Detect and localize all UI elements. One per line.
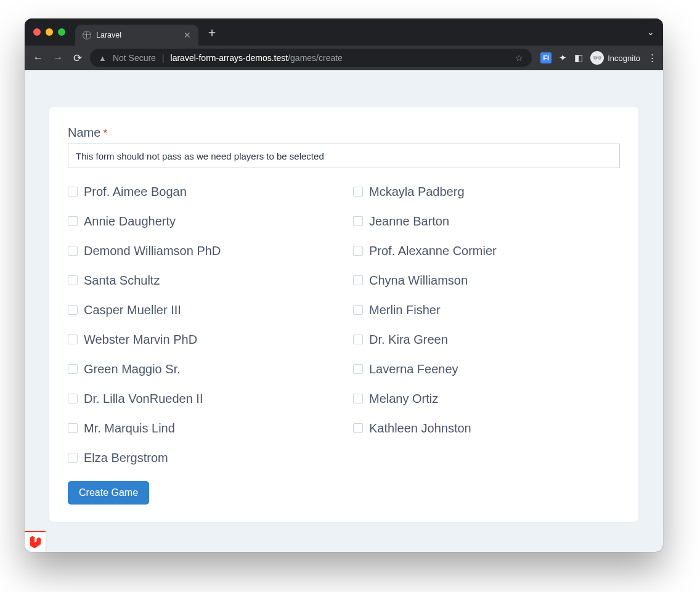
toolbar: ← → ⟳ ▲ Not Secure | laravel-form-arrays…: [25, 46, 663, 70]
not-secure-label: Not Secure: [113, 53, 156, 63]
player-checkbox[interactable]: [353, 246, 363, 256]
incognito-label: Incognito: [608, 54, 640, 63]
player-checkbox[interactable]: [68, 423, 78, 433]
player-checkbox[interactable]: [68, 364, 78, 374]
back-button[interactable]: ←: [31, 52, 46, 64]
player-checkbox[interactable]: [68, 187, 78, 197]
laravel-debugbar-toggle[interactable]: [25, 531, 46, 552]
player-name-label: Santa Schultz: [84, 272, 160, 289]
player-checkbox[interactable]: [68, 246, 78, 256]
tab-bar: Laravel ✕ ＋ ⌄: [25, 18, 663, 46]
browser-tab[interactable]: Laravel ✕: [75, 25, 198, 46]
player-checkbox-item[interactable]: Kathleen Johnston: [353, 420, 620, 437]
player-checkbox-item[interactable]: Prof. Alexanne Cormier: [353, 242, 620, 259]
player-checkbox[interactable]: [353, 423, 363, 433]
player-checkbox-item[interactable]: Webster Marvin PhD: [68, 331, 335, 348]
player-checkbox[interactable]: [68, 335, 78, 344]
name-label: Name: [68, 126, 100, 140]
player-checkbox[interactable]: [68, 305, 78, 315]
player-checkbox[interactable]: [353, 364, 363, 374]
player-name-label: Casper Mueller III: [84, 301, 181, 318]
player-checkbox-item[interactable]: Dr. Lilla VonRueden II: [68, 390, 335, 407]
player-checkbox[interactable]: [353, 335, 363, 344]
new-tab-button[interactable]: ＋: [206, 26, 218, 38]
player-checkbox[interactable]: [353, 305, 363, 315]
laravel-icon: [29, 536, 41, 548]
browser-window: Laravel ✕ ＋ ⌄ ← → ⟳ ▲ Not Secure | larav…: [25, 18, 663, 552]
player-name-label: Prof. Aimee Bogan: [84, 183, 187, 200]
player-name-label: Mckayla Padberg: [369, 183, 465, 200]
player-checkbox[interactable]: [68, 275, 78, 285]
player-checkbox-item[interactable]: Elza Bergstrom: [68, 449, 335, 466]
player-name-label: Dr. Kira Green: [369, 331, 448, 348]
form-card: Name * Prof. Aimee BoganAnnie DaughertyD…: [49, 107, 638, 522]
player-checkbox[interactable]: [353, 394, 363, 403]
player-name-label: Mr. Marquis Lind: [84, 420, 175, 437]
player-checkbox-item[interactable]: Mckayla Padberg: [353, 183, 620, 200]
incognito-indicator: 👓 Incognito: [590, 51, 640, 65]
required-marker: *: [103, 127, 107, 140]
tab-title: Laravel: [96, 31, 179, 39]
player-name-label: Annie Daugherty: [84, 213, 176, 230]
player-name-label: Laverna Feeney: [369, 360, 458, 378]
player-name-label: Green Maggio Sr.: [84, 360, 181, 378]
player-name-label: Demond Williamson PhD: [84, 242, 221, 259]
player-checkbox[interactable]: [68, 394, 78, 403]
player-checkbox-item[interactable]: Chyna Williamson: [353, 272, 620, 289]
player-checkbox-item[interactable]: Prof. Aimee Bogan: [68, 183, 335, 200]
player-name-label: Elza Bergstrom: [84, 449, 168, 466]
bookmark-icon[interactable]: ☆: [515, 53, 523, 63]
player-checkbox-item[interactable]: Demond Williamson PhD: [68, 242, 335, 259]
player-checkbox-item[interactable]: Melany Ortiz: [353, 390, 620, 407]
extension-badge[interactable]: FI: [540, 52, 551, 63]
url-path: /games/create: [288, 53, 343, 63]
page-content: Name * Prof. Aimee BoganAnnie DaughertyD…: [25, 70, 663, 552]
extensions-icon[interactable]: ✦: [559, 52, 567, 63]
create-game-button[interactable]: Create Game: [68, 481, 149, 505]
player-name-label: Dr. Lilla VonRueden II: [84, 390, 203, 407]
player-name-label: Merlin Fisher: [369, 301, 441, 318]
player-checkbox-item[interactable]: Casper Mueller III: [68, 301, 335, 318]
player-checkbox-item[interactable]: Annie Daugherty: [68, 213, 335, 230]
player-checkbox[interactable]: [353, 275, 363, 285]
player-checkbox-item[interactable]: Jeanne Barton: [353, 213, 620, 230]
player-name-label: Jeanne Barton: [369, 213, 449, 230]
close-tab-button[interactable]: ✕: [184, 31, 191, 39]
player-checkbox-item[interactable]: Mr. Marquis Lind: [68, 420, 335, 437]
panel-icon[interactable]: ◧: [574, 52, 583, 63]
player-checkbox-item[interactable]: Laverna Feeney: [353, 360, 620, 378]
globe-icon: [83, 31, 91, 39]
not-secure-icon: ▲: [99, 54, 107, 63]
forward-button[interactable]: →: [51, 52, 65, 64]
player-name-label: Chyna Williamson: [369, 272, 468, 289]
player-name-label: Webster Marvin PhD: [84, 331, 197, 348]
player-checkbox[interactable]: [68, 216, 78, 226]
incognito-icon: 👓: [590, 51, 604, 65]
name-input[interactable]: [68, 144, 620, 168]
player-name-label: Prof. Alexanne Cormier: [369, 242, 497, 259]
player-checkbox-item[interactable]: Santa Schultz: [68, 272, 335, 289]
menu-button[interactable]: ⋮: [648, 52, 657, 63]
url-host: laravel-form-arrays-demos.test: [171, 53, 288, 63]
address-bar[interactable]: ▲ Not Secure | laravel-form-arrays-demos…: [90, 49, 532, 67]
minimize-window-button[interactable]: [46, 28, 53, 36]
player-name-label: Melany Ortiz: [369, 390, 438, 407]
window-controls: [33, 28, 65, 36]
reload-button[interactable]: ⟳: [70, 52, 85, 65]
maximize-window-button[interactable]: [58, 28, 65, 36]
tabs-dropdown-button[interactable]: ⌄: [647, 27, 654, 37]
player-name-label: Kathleen Johnston: [369, 420, 471, 437]
player-checkbox[interactable]: [353, 216, 363, 226]
player-checkbox-item[interactable]: Merlin Fisher: [353, 301, 620, 318]
player-checkbox-item[interactable]: Dr. Kira Green: [353, 331, 620, 348]
player-checkbox[interactable]: [68, 453, 78, 463]
player-checkbox[interactable]: [353, 187, 363, 197]
player-checkbox-item[interactable]: Green Maggio Sr.: [68, 360, 335, 378]
close-window-button[interactable]: [33, 28, 41, 36]
